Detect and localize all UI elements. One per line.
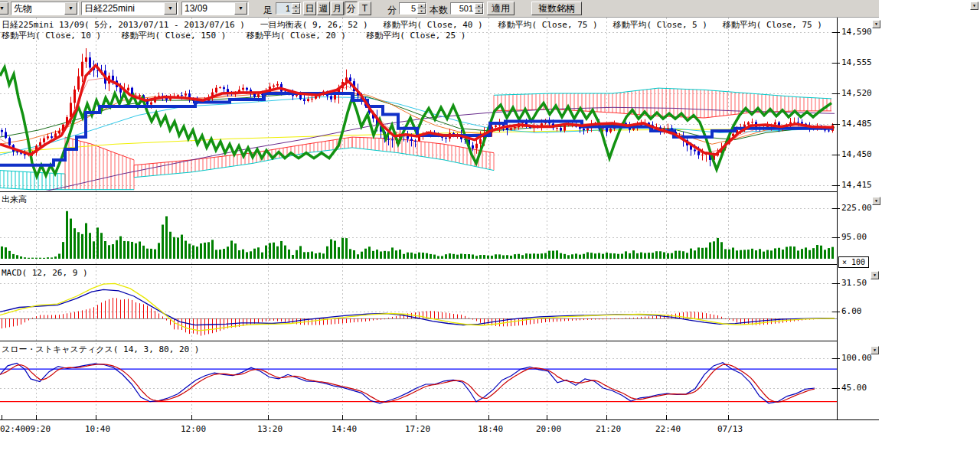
- period-day-button[interactable]: 日: [303, 2, 316, 15]
- chevron-down-icon: ▼: [973, 3, 975, 8]
- spinner-arrows-icon[interactable]: ▲▼: [417, 3, 426, 14]
- x-axis-tick-label: 12:00: [181, 424, 206, 434]
- minute-value-spinner[interactable]: 5 ▲▼: [399, 2, 426, 15]
- chevron-down-icon: ▼: [164, 2, 177, 15]
- y-axis-tick-label: 31.50: [841, 278, 867, 288]
- minute-label: 分: [387, 4, 397, 17]
- x-axis-tick-label: 21:20: [596, 424, 621, 434]
- y-axis-tick-label: 225.00: [841, 203, 872, 213]
- spinner-arrows-icon[interactable]: ▲▼: [475, 3, 483, 14]
- period-week-button[interactable]: 週: [317, 2, 330, 15]
- bar-count-spinner[interactable]: 501 ▲▼: [450, 2, 484, 15]
- chevron-down-icon: ▼: [874, 273, 876, 277]
- period-minute-button[interactable]: 分: [345, 2, 358, 15]
- y-axis-tick-label: 14,590: [841, 27, 872, 37]
- y-axis-tick-label: 6.00: [841, 306, 862, 316]
- chart-header-line1: 日経225mini 13/09( 5分, 2013/07/11 - 2013/0…: [2, 19, 822, 31]
- y-axis-tick-label: 45.00: [841, 383, 867, 393]
- corner-dropdown-button[interactable]: ▼: [970, 2, 978, 10]
- apply-button[interactable]: 適用: [487, 2, 514, 15]
- chart-application-window: ▼ 先物 ▼ 日経225mini ▼ 13/09 ▼ 足 1 ▲▼ 日 週 月 …: [0, 0, 980, 470]
- y-axis-tick-label: 14,485: [841, 119, 872, 129]
- spinner-arrows-icon[interactable]: ▲▼: [292, 3, 300, 14]
- x-axis-tick-label: 22:40: [655, 424, 681, 434]
- x-axis-tick-label: 09:20: [25, 424, 51, 434]
- bar-interval-spinner[interactable]: 1 ▲▼: [276, 2, 301, 15]
- toolbar: ▼ 先物 ▼ 日経225mini ▼ 13/09 ▼ 足 1 ▲▼ 日 週 月 …: [0, 0, 879, 18]
- chevron-down-icon: ▼: [64, 2, 77, 15]
- x-axis-tick-label: 18:40: [478, 424, 503, 434]
- bar-type-label: 足: [263, 4, 273, 17]
- volume-multiplier-badge: × 100: [838, 256, 869, 268]
- multi-symbol-button[interactable]: 複数銘柄: [531, 2, 582, 15]
- chevron-down-icon: ▼: [874, 348, 876, 352]
- x-axis-tick-label: 07/13: [717, 424, 743, 434]
- x-axis-tick-label: 02:40: [0, 424, 25, 434]
- contract-month-select[interactable]: 13/09 ▼: [181, 2, 249, 15]
- volume-panel-label: 出来高: [2, 194, 27, 205]
- chevron-down-icon: ▼: [875, 21, 877, 26]
- y-axis-tick-label: 14,555: [841, 57, 872, 67]
- y-axis-tick-label: 95.00: [841, 232, 867, 242]
- chart-header-line2: 移動平均( Close, 10 ) 移動平均( Close, 150 ) 移動平…: [2, 30, 466, 41]
- instrument-type-select[interactable]: 先物 ▼: [11, 2, 79, 15]
- chevron-down-icon: ▼: [0, 2, 8, 15]
- price-panel-menu-button[interactable]: ▼: [872, 20, 880, 28]
- y-axis-tick-label: 14,450: [841, 149, 872, 159]
- stochastics-panel-label: スロー・ストキャスティクス( 14, 3, 80, 20 ): [2, 344, 199, 355]
- period-tick-button[interactable]: T: [358, 2, 371, 15]
- period-month-button[interactable]: 月: [331, 2, 344, 15]
- x-axis-tick-label: 10:40: [85, 424, 110, 434]
- symbol-select[interactable]: 日経225mini ▼: [81, 2, 178, 15]
- y-axis-tick-label: 100.00: [841, 353, 872, 363]
- y-axis-tick-label: 14,520: [841, 88, 872, 98]
- chevron-down-icon: ▼: [875, 198, 877, 203]
- x-axis-tick-label: 17:20: [405, 424, 430, 434]
- macd-panel-label: MACD( 12, 26, 9 ): [2, 268, 88, 278]
- bar-count-label: 本数: [430, 4, 448, 17]
- x-axis-tick-label: 13:20: [257, 424, 283, 434]
- chart-canvas: [0, 0, 980, 470]
- left-edge-combo-button[interactable]: ▼: [0, 2, 8, 15]
- chevron-down-icon: ▼: [234, 2, 247, 15]
- x-axis-tick-label: 14:40: [332, 424, 357, 434]
- macd-panel-menu-button[interactable]: ▼: [871, 271, 879, 279]
- volume-panel-menu-button[interactable]: ▼: [872, 197, 880, 205]
- y-axis-tick-label: 14,415: [841, 180, 872, 190]
- x-axis-tick-label: 20:00: [536, 424, 561, 434]
